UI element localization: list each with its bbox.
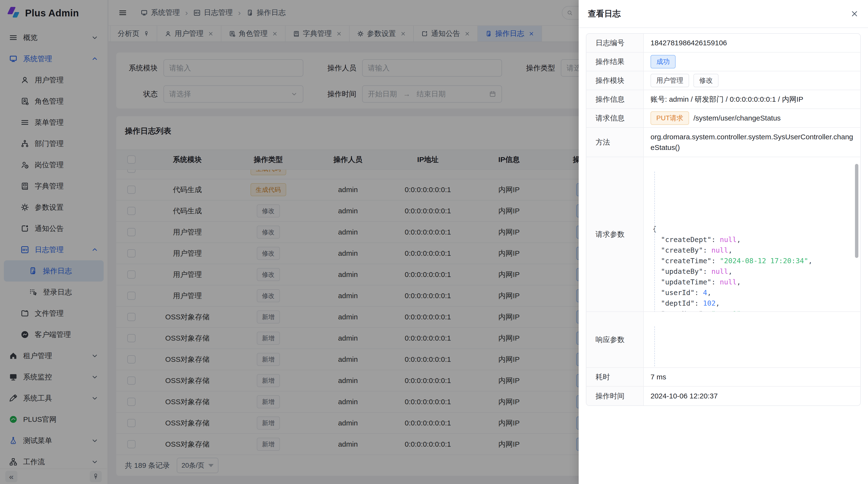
detail-row-result: 操作结果 成功	[586, 53, 860, 71]
detail-row-module: 操作模块 用户管理 修改	[586, 71, 860, 90]
request-url: /system/user/changeStatus	[693, 114, 781, 122]
code-line: "updateBy": null,	[652, 266, 854, 277]
drawer-body: 日志编号 1842781986426159106 操作结果 成功 操作模块 用户…	[579, 28, 868, 406]
detail-row-cost: 耗时 7 ms	[586, 368, 860, 387]
scrollbar-thumb[interactable]	[855, 164, 858, 258]
detail-row-request-params: 请求参数 { "createDept": null, "createBy": n…	[586, 157, 860, 312]
detail-row-info: 操作信息 账号: admin / 研发部门 / 0:0:0:0:0:0:0:1 …	[586, 90, 860, 109]
code-line: "createDept": null,	[652, 234, 854, 245]
app-root: Plus Admin 概览 系统管理 用户管理 角色管理	[0, 0, 868, 484]
code-line: "createTime": "2024-08-12 17:20:34",	[652, 256, 854, 266]
detail-row-log-id: 日志编号 1842781986426159106	[586, 34, 860, 53]
code-line: "updateTime": null,	[652, 277, 854, 287]
module-tag: 用户管理	[651, 74, 689, 87]
response-params-json: { "code": 200, "msg": "操作成功", "data": nu…	[651, 312, 854, 367]
code-line: "deptId": 102,	[652, 298, 854, 309]
response-params-block: { "code": 200, "msg": "操作成功", "data": nu…	[644, 312, 860, 367]
code-line: "createBy": null,	[652, 245, 854, 256]
code-line: "userName": "test1",	[652, 309, 854, 312]
operation-info-value: 账号: admin / 研发部门 / 0:0:0:0:0:0:0:1 / 内网I…	[644, 90, 860, 108]
close-icon[interactable]	[850, 9, 859, 18]
detail-row-response-params: 响应参数 { "code": 200, "msg": "操作成功", "data…	[586, 312, 860, 368]
detail-row-time: 操作时间 2024-10-06 12:20:37	[586, 387, 860, 406]
result-tag: 成功	[651, 55, 676, 68]
request-params-block[interactable]: { "createDept": null, "createBy": null, …	[644, 157, 860, 312]
log-id-value: 1842781986426159106	[644, 34, 860, 52]
drawer-title: 查看日志	[588, 8, 621, 19]
view-log-drawer: 查看日志 日志编号 1842781986426159106 操作结果 成功 操作…	[579, 0, 868, 484]
method-value: org.dromara.system.controller.system.Sys…	[651, 128, 854, 156]
request-params-lines: { "createDept": null, "createBy": null, …	[652, 192, 854, 312]
code-line: {	[652, 224, 854, 234]
detail-row-method: 方法 org.dromara.system.controller.system.…	[586, 128, 860, 157]
log-details-table: 日志编号 1842781986426159106 操作结果 成功 操作模块 用户…	[586, 33, 861, 406]
http-method-tag: PUT请求	[651, 111, 689, 125]
cost-value: 7 ms	[644, 368, 860, 386]
code-line: "userId": 4,	[652, 287, 854, 298]
detail-row-request: 请求信息 PUT请求 /system/user/changeStatus	[586, 109, 860, 128]
module-action-tag: 修改	[693, 74, 718, 87]
request-params-json: { "createDept": null, "createBy": null, …	[651, 157, 854, 312]
operation-time-value: 2024-10-06 12:20:37	[644, 387, 860, 406]
drawer-header: 查看日志	[579, 0, 868, 28]
indent-guide	[654, 326, 655, 367]
indent-guide	[654, 172, 655, 312]
response-params-lines: { "code": 200, "msg": "操作成功", "data": nu…	[652, 347, 854, 367]
